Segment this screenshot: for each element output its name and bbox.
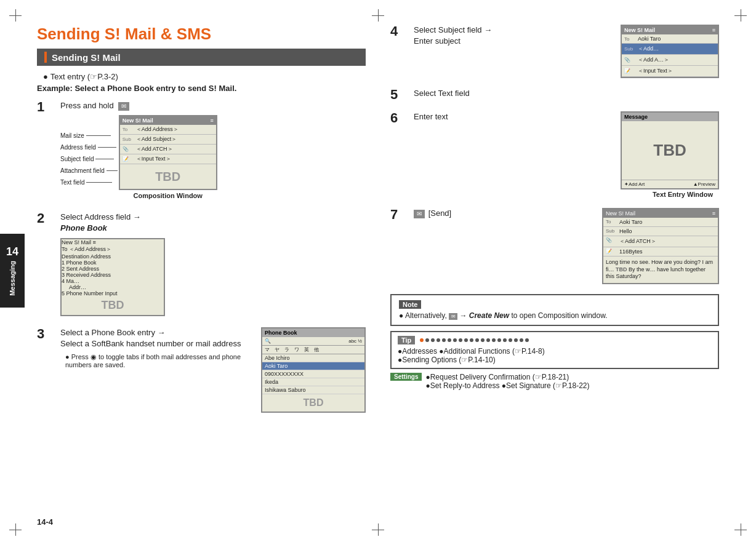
- step2-sent-row: 2 Sent Address: [62, 266, 164, 272]
- step2-screen-title: New S! Mail ≡: [62, 239, 164, 245]
- step7-size-row: 📝 116Bytes: [603, 247, 718, 257]
- step7-sub-row: Sub Hello: [603, 227, 718, 236]
- step-4-number: 4: [390, 25, 409, 78]
- example-text: Example: Select a Phone Book entry to se…: [37, 84, 366, 93]
- pb-ishikawa: Ishikawa Saburo: [262, 386, 364, 394]
- step-4-screen: New S! Mail≡ ToAoki Taro Sub＜Add… 📎＜Add …: [621, 25, 719, 78]
- page-number: 14-4: [37, 517, 53, 527]
- step2-tbd: TBD: [62, 296, 164, 315]
- tip-item-2: ●Sending Options (☞P.14-10): [398, 356, 712, 364]
- step-4-text-wrap: Select Subject field → Enter subject: [414, 25, 614, 47]
- crosshair-bl: [9, 523, 22, 536]
- step4-atch-row: 📎＜Add A…＞: [622, 55, 718, 66]
- step4-screen-title: New S! Mail≡: [622, 26, 718, 34]
- step-3-content: Select a Phone Book entry → Select a Sof…: [60, 327, 366, 413]
- step6-footer: ✦Add Art ▲Preview: [622, 180, 718, 188]
- step-1-number: 1: [37, 100, 55, 199]
- step6-screen-title: Message: [622, 113, 718, 121]
- step-7-screen: New S! Mail≡ To Aoki Taro Sub Hello 📎: [602, 208, 719, 284]
- step6-tbd: TBD: [622, 121, 718, 180]
- step4-sub-row: Sub＜Add…: [622, 44, 718, 55]
- step-7-number: 7: [390, 208, 409, 284]
- tip-dot-9: [464, 338, 468, 342]
- step-4-text: Select Subject field → Enter subject: [414, 25, 614, 47]
- tip-items: ●Addresses ●Additional Functions (☞P.14-…: [398, 347, 712, 364]
- step-7-inner: ✉ [Send] New S! Mail≡ To Aoki Taro: [414, 208, 719, 284]
- mail-icon-step1: ✉: [118, 102, 129, 111]
- tip-dot-19: [520, 338, 523, 342]
- step-6-inner: Enter text Message TBD ✦Add Art ▲Preview: [414, 111, 719, 189]
- right-column: 4 Select Subject field → Enter subject N…: [378, 25, 719, 527]
- step7-screen-title: New S! Mail≡: [603, 209, 718, 218]
- step-6: 6 Enter text Message TBD ✦Add Art ▲Previ…: [390, 111, 719, 198]
- step1-row-atch: 📎 ＜Add ATCH＞: [120, 145, 216, 154]
- subject-field-label: Subject field: [60, 156, 118, 162]
- pb-phone: 090XXXXXXXX: [262, 370, 364, 378]
- pb-title: Phone Book: [262, 328, 364, 337]
- step-3-text1: Select a Phone Book entry → Select a Sof…: [60, 327, 255, 349]
- step2-mail-row: 4 Ma…: [62, 278, 164, 284]
- step-7-text-wrap: ✉ [Send]: [414, 208, 596, 219]
- step6-footer-left: ✦Add Art: [624, 181, 645, 187]
- step7-mail-icon: ✉: [414, 210, 425, 218]
- step2-phone-num-row: 5 Phone Number Input: [62, 290, 164, 296]
- step-5-number: 5: [390, 88, 409, 101]
- chapter-name: Messaging: [9, 261, 16, 296]
- step-1-text: Press and hold ✉: [60, 100, 366, 111]
- crosshair-br: [734, 523, 747, 536]
- tip-item-1: ●Addresses ●Additional Functions (☞P.14-…: [398, 347, 712, 356]
- tip-header: Tip: [398, 336, 712, 344]
- pb-tabs: マ ヤ ラ ワ 英 他: [262, 346, 364, 354]
- text-entry-note: Text entry (☞P.3-2): [37, 72, 366, 81]
- step2-addr-row: Addr…: [62, 284, 164, 290]
- tip-dot-8: [459, 338, 462, 342]
- tip-dot-2: [425, 338, 429, 342]
- tip-dots: [420, 338, 529, 342]
- tip-dot-3: [431, 338, 435, 342]
- note-title: Note: [399, 300, 421, 309]
- tip-dot-16: [503, 338, 507, 342]
- tip-dot-12: [481, 338, 485, 342]
- step-1-screen-wrap: New S! Mail ≡ To ＜Add Address＞ Sub ＜Add …: [119, 115, 217, 199]
- pb-aoki: Aoki Taro: [262, 362, 364, 370]
- tip-dot-1: [420, 338, 424, 342]
- step-2-content: Select Address field → Phone Book New S!…: [60, 212, 366, 316]
- step-7-content: ✉ [Send] New S! Mail≡ To Aoki Taro: [414, 208, 719, 284]
- step-2-number: 2: [37, 212, 55, 316]
- step-4-content: Select Subject field → Enter subject New…: [414, 25, 719, 78]
- step1-screen-title: New S! Mail ≡: [120, 116, 216, 125]
- pb-abe: Abe Ichiro: [262, 354, 364, 362]
- step-3-screen: Phone Book 🔍 abc ½ マ ヤ ラ ワ 英 他 Abe Ichir…: [261, 327, 366, 413]
- step7-body: Long time no see. How are you doing? I a…: [603, 257, 718, 283]
- chapter-number: 14: [6, 245, 18, 258]
- tip-dot-11: [475, 338, 479, 342]
- step-2: 2 Select Address field → Phone Book New …: [37, 212, 366, 316]
- note-mail-icon: ✉: [449, 313, 457, 320]
- comp-window-label: Composition Window: [119, 192, 217, 199]
- tip-dot-17: [509, 338, 512, 342]
- step-6-text-wrap: Enter text: [414, 111, 614, 122]
- step-7: 7 ✉ [Send] New S! Mail≡: [390, 208, 719, 284]
- tip-dot-5: [442, 338, 446, 342]
- step-3-texts: Select a Phone Book entry → Select a Sof…: [60, 327, 255, 368]
- step7-atch-row: 📎 ＜Add ATCH＞: [603, 236, 718, 247]
- tip-dot-10: [470, 338, 473, 342]
- step-6-text: Enter text: [414, 111, 614, 122]
- step-7-text: ✉ [Send]: [414, 208, 596, 219]
- mail-size-label: Mail size: [60, 132, 118, 139]
- step1-tbd: TBD: [120, 164, 216, 189]
- text-entry-window-label: Text Entry Window: [414, 191, 719, 198]
- tip-dot-18: [514, 338, 518, 342]
- tip-title: Tip: [398, 336, 415, 344]
- pb-search: 🔍 abc ½: [262, 337, 364, 346]
- step-3: 3 Select a Phone Book entry → Select a S…: [37, 327, 366, 413]
- step-1-diagram: Mail size Address field Subject field: [60, 115, 366, 199]
- tip-dot-14: [492, 338, 496, 342]
- step-1-labels: Mail size Address field Subject field: [60, 115, 118, 186]
- step-4-inner: Select Subject field → Enter subject New…: [414, 25, 719, 78]
- pb-tbd: TBD: [262, 394, 364, 412]
- tip-dot-15: [497, 338, 501, 342]
- step-6-content: Enter text Message TBD ✦Add Art ▲Preview…: [414, 111, 719, 198]
- section-header: Sending S! Mail: [37, 49, 366, 66]
- step2-to-row: To ＜Add Address＞: [62, 245, 164, 253]
